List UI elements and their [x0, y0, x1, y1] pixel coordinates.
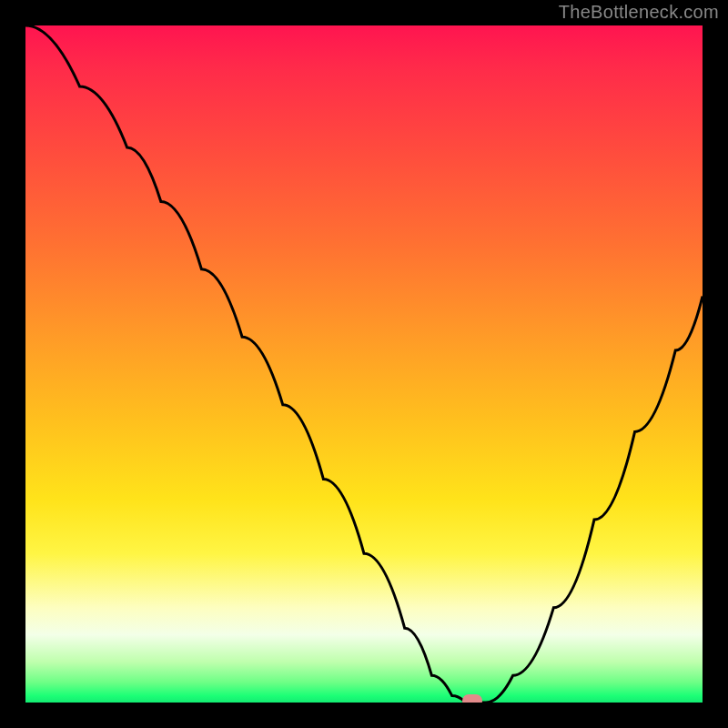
watermark-text: TheBottleneck.com — [559, 2, 719, 23]
bottleneck-curve — [25, 25, 703, 703]
optimal-marker — [462, 694, 482, 703]
curve-path — [25, 25, 703, 703]
chart-stage: TheBottleneck.com — [0, 0, 728, 728]
plot-area — [25, 25, 703, 703]
